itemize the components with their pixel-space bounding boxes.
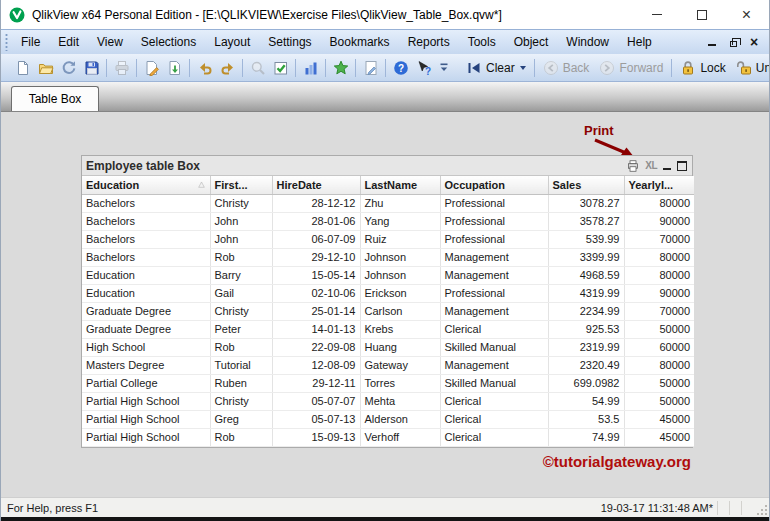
table-cell[interactable]: 80000 <box>624 194 694 212</box>
column-header-hiredate[interactable]: HireDate <box>272 176 360 194</box>
table-cell[interactable]: Zhu <box>360 194 440 212</box>
column-header-occupation[interactable]: Occupation <box>440 176 548 194</box>
window-close-button[interactable]: × <box>724 0 769 29</box>
table-cell[interactable]: Gateway <box>360 356 440 374</box>
table-cell[interactable]: Partial High School <box>82 392 210 410</box>
table-cell[interactable]: 54.99 <box>548 392 624 410</box>
table-cell[interactable]: 60000 <box>624 338 694 356</box>
tab-table-box[interactable]: Table Box <box>11 86 99 111</box>
table-cell[interactable]: 05-07-13 <box>272 410 360 428</box>
menu-grip-handle[interactable] <box>5 33 8 51</box>
table-cell[interactable]: 29-12-11 <box>272 374 360 392</box>
table-cell[interactable]: Rob <box>210 428 272 446</box>
table-cell[interactable]: 45000 <box>624 428 694 446</box>
document-close-button[interactable]: × <box>747 35 761 49</box>
table-cell[interactable]: Management <box>440 266 548 284</box>
edit-script-button[interactable] <box>140 57 163 79</box>
table-cell[interactable]: Torres <box>360 374 440 392</box>
table-cell[interactable]: 90000 <box>624 284 694 302</box>
table-cell[interactable]: 50000 <box>624 374 694 392</box>
menu-tools[interactable]: Tools <box>459 30 505 54</box>
resize-grip[interactable] <box>753 499 769 517</box>
object-maximize-icon[interactable] <box>677 161 687 171</box>
menu-bookmarks[interactable]: Bookmarks <box>321 30 399 54</box>
table-cell[interactable]: Skilled Manual <box>440 338 548 356</box>
table-cell[interactable]: Professional <box>440 194 548 212</box>
table-cell[interactable]: Ruben <box>210 374 272 392</box>
table-cell[interactable]: Krebs <box>360 320 440 338</box>
save-button[interactable] <box>80 57 103 79</box>
unlock-button[interactable]: Unlock <box>731 57 770 79</box>
table-cell[interactable]: Clerical <box>440 428 548 446</box>
menu-view[interactable]: View <box>88 30 132 54</box>
menu-settings[interactable]: Settings <box>259 30 320 54</box>
table-cell[interactable]: John <box>210 212 272 230</box>
menu-object[interactable]: Object <box>505 30 558 54</box>
table-cell[interactable]: 28-01-06 <box>272 212 360 230</box>
menu-edit[interactable]: Edit <box>49 30 88 54</box>
refresh-button[interactable] <box>57 57 80 79</box>
table-cell[interactable]: 12-08-09 <box>272 356 360 374</box>
open-folder-button[interactable] <box>34 57 57 79</box>
table-cell[interactable]: Masters Degree <box>82 356 210 374</box>
column-header-first[interactable]: First... <box>210 176 272 194</box>
table-cell[interactable]: Bachelors <box>82 248 210 266</box>
table-cell[interactable]: Christy <box>210 392 272 410</box>
reload-script-button[interactable] <box>163 57 186 79</box>
menu-help[interactable]: Help <box>618 30 661 54</box>
table-cell[interactable]: Graduate Degree <box>82 302 210 320</box>
lock-button[interactable]: Lock <box>675 57 730 79</box>
table-cell[interactable]: 925.53 <box>548 320 624 338</box>
table-cell[interactable]: High School <box>82 338 210 356</box>
table-cell[interactable]: Professional <box>440 284 548 302</box>
add-bookmark-star-button[interactable] <box>329 57 352 79</box>
table-cell[interactable]: 70000 <box>624 230 694 248</box>
table-cell[interactable]: Huang <box>360 338 440 356</box>
toolbar-overflow-button[interactable] <box>436 57 452 79</box>
object-minimize-icon[interactable] <box>663 168 671 170</box>
table-cell[interactable]: Tutorial <box>210 356 272 374</box>
table-cell[interactable]: Erickson <box>360 284 440 302</box>
table-cell[interactable]: 15-09-13 <box>272 428 360 446</box>
table-cell[interactable]: 14-01-13 <box>272 320 360 338</box>
quick-chart-wizard-button[interactable] <box>299 57 322 79</box>
table-cell[interactable]: Rob <box>210 338 272 356</box>
table-cell[interactable]: Education <box>82 266 210 284</box>
table-cell[interactable]: 02-10-06 <box>272 284 360 302</box>
table-cell[interactable]: 29-12-10 <box>272 248 360 266</box>
clear-button[interactable]: Clear <box>461 57 531 79</box>
table-cell[interactable]: Partial College <box>82 374 210 392</box>
window-minimize-button[interactable] <box>634 0 679 29</box>
table-cell[interactable]: 50000 <box>624 392 694 410</box>
menu-window[interactable]: Window <box>557 30 618 54</box>
table-cell[interactable]: Clerical <box>440 392 548 410</box>
table-cell[interactable]: Bachelors <box>82 194 210 212</box>
table-cell[interactable]: Carlson <box>360 302 440 320</box>
table-cell[interactable]: 3399.99 <box>548 248 624 266</box>
table-cell[interactable]: Greg <box>210 410 272 428</box>
table-cell[interactable]: Management <box>440 248 548 266</box>
table-cell[interactable]: 3078.27 <box>548 194 624 212</box>
window-maximize-button[interactable] <box>679 0 724 29</box>
table-cell[interactable]: Barry <box>210 266 272 284</box>
table-cell[interactable]: Bachelors <box>82 230 210 248</box>
new-document-button[interactable] <box>11 57 34 79</box>
table-cell[interactable]: 3578.27 <box>548 212 624 230</box>
table-cell[interactable]: 2234.99 <box>548 302 624 320</box>
table-cell[interactable]: 05-07-07 <box>272 392 360 410</box>
table-cell[interactable]: Gail <box>210 284 272 302</box>
table-cell[interactable]: 80000 <box>624 356 694 374</box>
table-cell[interactable]: Skilled Manual <box>440 374 548 392</box>
document-minimize-button[interactable] <box>705 35 719 49</box>
table-cell[interactable]: 06-07-09 <box>272 230 360 248</box>
table-cell[interactable]: Alderson <box>360 410 440 428</box>
table-cell[interactable]: Bachelors <box>82 212 210 230</box>
table-cell[interactable]: Partial High School <box>82 410 210 428</box>
table-cell[interactable]: 15-05-14 <box>272 266 360 284</box>
table-cell[interactable]: Yang <box>360 212 440 230</box>
table-box-caption[interactable]: Employee table Box XL <box>82 156 692 176</box>
menu-layout[interactable]: Layout <box>205 30 259 54</box>
table-cell[interactable]: Johnson <box>360 266 440 284</box>
excel-export-icon[interactable]: XL <box>645 160 657 171</box>
table-cell[interactable]: 90000 <box>624 212 694 230</box>
